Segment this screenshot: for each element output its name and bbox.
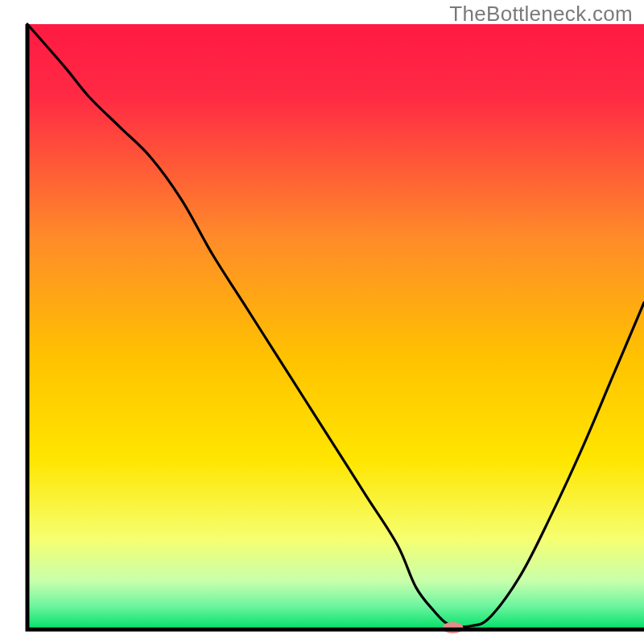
- bottleneck-chart: [0, 0, 644, 644]
- chart-container: TheBottleneck.com: [0, 0, 644, 644]
- watermark-label: TheBottleneck.com: [449, 2, 633, 27]
- plot-background: [27, 24, 644, 630]
